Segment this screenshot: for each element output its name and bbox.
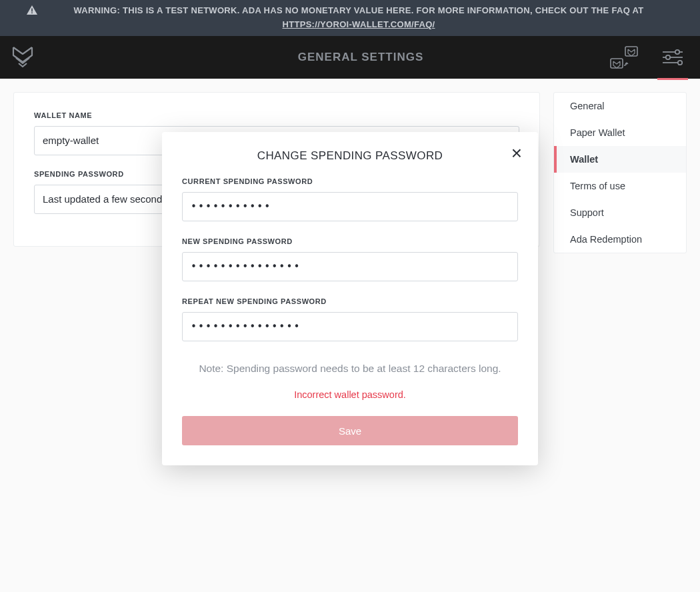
modal-overlay: CHANGE SPENDING PASSWORD × CURRENT SPEND… [0, 0, 700, 592]
repeat-password-input[interactable] [182, 312, 518, 341]
new-password-label: NEW SPENDING PASSWORD [182, 237, 518, 245]
current-password-label: CURRENT SPENDING PASSWORD [182, 177, 518, 185]
current-password-input[interactable] [182, 192, 518, 221]
save-button[interactable]: Save [182, 416, 518, 445]
password-length-note: Note: Spending password needs to be at l… [182, 363, 518, 375]
modal-title: CHANGE SPENDING PASSWORD [182, 149, 518, 163]
repeat-password-label: REPEAT NEW SPENDING PASSWORD [182, 297, 518, 305]
change-spending-password-modal: CHANGE SPENDING PASSWORD × CURRENT SPEND… [162, 132, 538, 465]
close-icon[interactable]: × [511, 144, 522, 163]
new-password-input[interactable] [182, 252, 518, 281]
password-error-message: Incorrect wallet password. [182, 389, 518, 400]
